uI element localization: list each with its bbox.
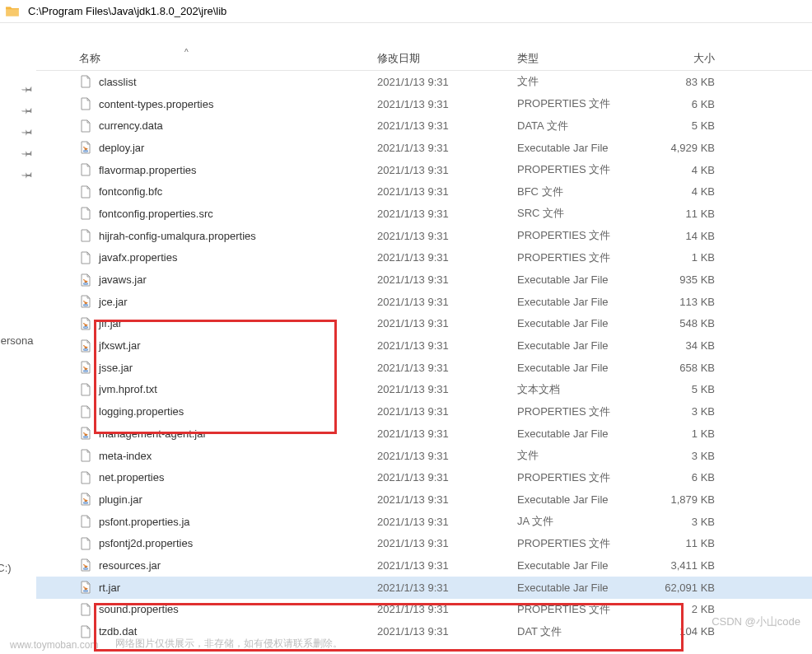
file-type: Executable Jar File: [517, 273, 641, 286]
file-size: 3 KB: [641, 450, 715, 462]
folder-icon: [5, 4, 20, 19]
jar-file-icon: [79, 427, 92, 440]
generic-file-icon: [79, 163, 92, 176]
file-row[interactable]: jvm.hprof.txt2021/1/13 9:31文本文档5 KB: [36, 379, 812, 401]
file-size: 658 KB: [641, 362, 715, 374]
file-date: 2021/1/13 9:31: [377, 98, 517, 110]
file-type: Executable Jar File: [517, 317, 641, 329]
pin-icon[interactable]: [23, 166, 36, 183]
sidebar: Persona (C:): [0, 23, 36, 654]
file-type: PROPERTIES 文件: [517, 250, 641, 265]
generic-file-icon: [79, 229, 92, 242]
file-name: currency.data: [99, 119, 377, 132]
file-name: psfont.properties.ja: [99, 516, 377, 528]
file-row[interactable]: net.properties2021/1/13 9:31PROPERTIES 文…: [36, 466, 812, 488]
file-type: DATA 文件: [517, 119, 641, 133]
file-row[interactable]: flavormap.properties2021/1/13 9:31PROPER…: [36, 159, 812, 181]
jar-file-icon: [79, 558, 92, 572]
file-row[interactable]: content-types.properties2021/1/13 9:31PR…: [36, 93, 812, 115]
file-row[interactable]: management-agent.jar2021/1/13 9:31Execut…: [36, 423, 812, 445]
generic-file-icon: [79, 119, 92, 133]
file-name: jsse.jar: [99, 362, 377, 374]
file-date: 2021/1/13 9:31: [377, 185, 517, 198]
file-row[interactable]: jce.jar2021/1/13 9:31Executable Jar File…: [36, 291, 812, 313]
file-row[interactable]: javafx.properties2021/1/13 9:31PROPERTIE…: [36, 247, 812, 269]
column-headers[interactable]: ^ 名称 修改日期 类型 大小: [36, 46, 812, 71]
file-type: Executable Jar File: [517, 493, 641, 506]
file-type: Executable Jar File: [517, 427, 641, 440]
column-header-type[interactable]: 类型: [517, 51, 641, 66]
file-type: JA 文件: [517, 514, 641, 529]
file-size: 1 KB: [641, 251, 715, 264]
column-header-date[interactable]: 修改日期: [377, 51, 517, 66]
file-row[interactable]: classlist2021/1/13 9:31文件83 KB: [36, 71, 812, 93]
pin-icon[interactable]: [23, 81, 36, 97]
pin-icon[interactable]: [23, 124, 36, 140]
file-name: resources.jar: [99, 559, 377, 572]
file-type: PROPERTIES 文件: [517, 404, 641, 419]
file-date: 2021/1/13 9:31: [377, 251, 517, 264]
file-row[interactable]: resources.jar2021/1/13 9:31Executable Ja…: [36, 554, 812, 577]
file-row[interactable]: deploy.jar2021/1/13 9:31Executable Jar F…: [36, 137, 812, 159]
file-type: DAT 文件: [517, 624, 641, 639]
file-date: 2021/1/13 9:31: [377, 582, 517, 594]
file-row[interactable]: jsse.jar2021/1/13 9:31Executable Jar Fil…: [36, 357, 812, 379]
file-date: 2021/1/13 9:31: [377, 427, 517, 440]
pin-icon[interactable]: [23, 145, 36, 161]
file-name: jfr.jar: [99, 317, 377, 329]
file-row[interactable]: jfxswt.jar2021/1/13 9:31Executable Jar F…: [36, 334, 812, 357]
file-date: 2021/1/13 9:31: [377, 317, 517, 329]
file-size: 1 KB: [641, 427, 715, 440]
file-type: 文本文档: [517, 382, 641, 397]
file-name: plugin.jar: [99, 493, 377, 506]
file-size: 104 KB: [641, 625, 715, 638]
file-row[interactable]: currency.data2021/1/13 9:31DATA 文件5 KB: [36, 114, 812, 137]
file-size: 11 KB: [641, 208, 715, 220]
jar-file-icon: [79, 581, 92, 594]
file-size: 1,879 KB: [641, 493, 715, 506]
file-name: tzdb.dat: [99, 625, 377, 638]
file-row[interactable]: jfr.jar2021/1/13 9:31Executable Jar File…: [36, 313, 812, 335]
file-name: jfxswt.jar: [99, 339, 377, 352]
file-date: 2021/1/13 9:31: [377, 537, 517, 549]
generic-file-icon: [79, 449, 92, 462]
file-date: 2021/1/13 9:31: [377, 625, 517, 638]
sidebar-label-persona[interactable]: Persona: [0, 334, 33, 347]
file-rows-container: classlist2021/1/13 9:31文件83 KBcontent-ty…: [36, 71, 812, 642]
column-header-size[interactable]: 大小: [641, 51, 715, 66]
file-row[interactable]: javaws.jar2021/1/13 9:31Executable Jar F…: [36, 269, 812, 291]
file-size: 4,929 KB: [641, 142, 715, 154]
file-date: 2021/1/13 9:31: [377, 119, 517, 132]
watermark-right: CSDN @小山code: [712, 614, 800, 629]
file-name: flavormap.properties: [99, 164, 377, 176]
file-name: jvm.hprof.txt: [99, 383, 377, 395]
file-row[interactable]: sound.properties2021/1/13 9:31PROPERTIES…: [36, 599, 812, 621]
column-header-name[interactable]: 名称: [79, 51, 377, 66]
file-name: rt.jar: [99, 582, 377, 594]
file-date: 2021/1/13 9:31: [377, 493, 517, 506]
file-type: Executable Jar File: [517, 559, 641, 572]
address-bar[interactable]: [0, 0, 812, 23]
file-size: 3,411 KB: [641, 559, 715, 572]
file-row[interactable]: psfontj2d.properties2021/1/13 9:31PROPER…: [36, 532, 812, 554]
file-date: 2021/1/13 9:31: [377, 296, 517, 308]
file-name: deploy.jar: [99, 142, 377, 154]
file-type: Executable Jar File: [517, 362, 641, 374]
file-type: Executable Jar File: [517, 296, 641, 308]
file-row[interactable]: psfont.properties.ja2021/1/13 9:31JA 文件3…: [36, 511, 812, 533]
file-date: 2021/1/13 9:31: [377, 471, 517, 483]
file-row[interactable]: fontconfig.bfc2021/1/13 9:31BFC 文件4 KB: [36, 180, 812, 203]
file-row[interactable]: rt.jar2021/1/13 9:31Executable Jar File6…: [36, 577, 812, 599]
file-date: 2021/1/13 9:31: [377, 208, 517, 220]
file-row[interactable]: fontconfig.properties.src2021/1/13 9:31S…: [36, 203, 812, 225]
file-row[interactable]: plugin.jar2021/1/13 9:31Executable Jar F…: [36, 488, 812, 511]
file-row[interactable]: hijrah-config-umalqura.properties2021/1/…: [36, 225, 812, 247]
generic-file-icon: [79, 537, 92, 550]
file-size: 935 KB: [641, 273, 715, 286]
sidebar-label-drive-c[interactable]: (C:): [0, 562, 12, 574]
pin-icon[interactable]: [23, 102, 36, 119]
jar-file-icon: [79, 317, 92, 330]
address-input[interactable]: [25, 3, 809, 19]
file-row[interactable]: meta-index2021/1/13 9:31文件3 KB: [36, 445, 812, 467]
file-row[interactable]: logging.properties2021/1/13 9:31PROPERTI…: [36, 400, 812, 423]
